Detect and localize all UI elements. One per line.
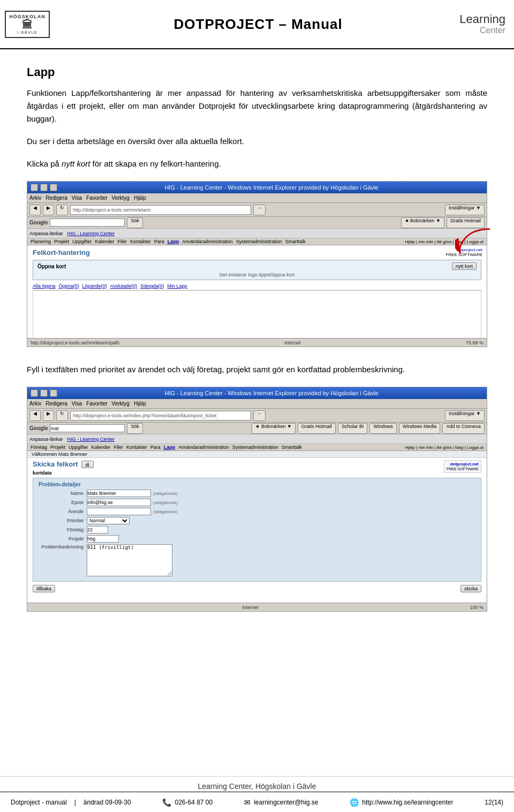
ss1-new-btn[interactable]: nytt kort	[452, 262, 477, 270]
ss2-menubar: Arkiv Redigera Visa Favoriter Verktyg Hj…	[27, 399, 487, 409]
ss2-settings-btn: Inställningar ▼	[445, 410, 485, 421]
ss1-nav-smarttalk: Smarttalk	[285, 239, 306, 244]
ss2-nav-projekt: Projekt	[50, 445, 65, 450]
instruction-pre: Klicka på	[27, 159, 62, 168]
ss2-google-input[interactable]	[50, 424, 125, 432]
ss2-content: dotproject.net FREE SOFTWARE Skicka felk…	[27, 458, 487, 603]
ss1-sub-heading: Öppna kort	[37, 264, 66, 269]
ss2-google-btn: Sök	[127, 423, 143, 434]
ss2-hig-link: HIG - Learning Center	[67, 437, 115, 442]
ss2-label-foretag: Företag	[39, 527, 87, 532]
ss1-status-url: http://dotproject.e-tools.se/nmrletarin/…	[31, 340, 119, 345]
instruction-paragraph: Klicka på nytt kort för att skapa en ny …	[27, 157, 487, 170]
footer-web: http://www.hig.se/learningcenter	[362, 799, 453, 806]
main-content: Lapp Funktionen Lapp/felkortshantering ä…	[0, 49, 514, 644]
ss1-menu-visa: Visa	[72, 195, 82, 201]
ss2-menu-redigera: Redigera	[46, 401, 67, 407]
ss2-free-label2: FREE SOFTWARE	[447, 467, 479, 471]
ss2-google-logo: Google	[29, 425, 48, 431]
ss2-field-projekt: Projekt	[39, 535, 475, 543]
ss2-nav: Företag Projekt Uppgifter Kalender Filer…	[27, 444, 487, 451]
ss1-tab-lopande: Löpande(0)	[82, 283, 107, 289]
ss1-links-bar: Anpassa-länkar HIG - Learning Center	[27, 229, 487, 238]
ss2-titlebar: HIG - Learning Center - Windows Internet…	[27, 387, 487, 399]
ss1-nav-more: Kontakter	[130, 239, 151, 244]
footer-page: 12(14)	[485, 799, 503, 806]
screenshot-1-container: HIG - Learning Center - Windows Internet…	[27, 181, 487, 347]
ss1-nav-lapp2: Lapp	[168, 239, 179, 244]
ss1-min-btn	[40, 184, 48, 191]
footer-phone: 026-64 87 00	[175, 799, 213, 806]
ss2-print-btn[interactable]: 🖨	[81, 461, 94, 468]
ss2-scholar-btn: Scholar BI	[338, 423, 368, 434]
ss1-nav-admin: Användaradministration	[182, 239, 233, 244]
ss2-form-box: Problem-detaljer Namn (obligatorisk) Epo…	[33, 478, 481, 582]
ss1-content: dotproject.net FREE SOFTWARE Felkort-han…	[27, 245, 487, 338]
ss2-select-prioritet[interactable]: Normal	[87, 517, 130, 524]
ss2-min-btn	[40, 389, 48, 397]
ss2-menu-arkiv: Arkiv	[29, 401, 41, 407]
ss1-empty-area	[33, 290, 481, 338]
ss2-status-zone: Internet	[242, 605, 259, 610]
ss1-tab-opassed: Öppna(0)	[59, 283, 79, 289]
ss1-go-btn: →	[253, 205, 266, 215]
footer-center-text: Learning Center, Högskolan i Gävle	[198, 782, 316, 791]
ss1-status-zone: Internet	[284, 340, 301, 345]
ss1-back-btn: ◀	[29, 205, 41, 215]
ss2-nav-lapp: Lapp	[164, 445, 176, 450]
ss2-max-btn	[50, 389, 57, 397]
ss2-input-namn[interactable]	[87, 490, 151, 497]
ss2-titlebar-text: HIG - Learning Center - Windows Internet…	[59, 390, 483, 396]
ss2-field-prioritet: Prioritet Normal	[39, 517, 475, 524]
ss2-address-bar[interactable]	[70, 411, 251, 420]
ss2-page-heading: Skicka felkort	[33, 460, 78, 468]
ss2-input-arende[interactable]	[87, 508, 151, 515]
ss2-anpassa-label: Anpassa-länkar	[29, 437, 63, 442]
ss2-kortdata-label: kortdata	[33, 470, 481, 476]
email-icon: ✉	[244, 798, 251, 807]
ss1-address-bar[interactable]	[70, 205, 251, 215]
screenshot-1: HIG - Learning Center - Windows Internet…	[27, 181, 487, 347]
phone-icon: 📞	[162, 798, 171, 807]
ss2-nav-smarttalk: Smarttalk	[282, 445, 302, 450]
screenshot-2: HIG - Learning Center - Windows Internet…	[27, 387, 487, 612]
section-heading: Lapp	[27, 65, 487, 79]
ss2-nav-foretag: Företag	[31, 445, 47, 450]
ss2-input-epost[interactable]	[87, 499, 151, 506]
ss2-textarea-beskrivning[interactable]: 911 (frivilligt)	[87, 544, 172, 576]
ss1-open-section: Öppna kort nytt kort Det existerar inga …	[33, 260, 481, 280]
ss2-label-arende: Ärende	[39, 509, 87, 514]
ss2-add-btn: Add to Connexa	[442, 423, 485, 434]
ss2-go-btn: →	[253, 410, 266, 421]
ss2-nav-uppgifter: Uppgifter	[69, 445, 88, 450]
ss1-menubar: Arkiv Redigera Visa Favoriter Verktyg Hj…	[27, 193, 487, 203]
ss2-zoom: 100 %	[470, 605, 483, 610]
ss1-settings-btn: Inställningar ▼	[445, 205, 485, 215]
ss1-refresh-btn: ↻	[56, 205, 68, 215]
intro-paragraph: Funktionen Lapp/felkortshantering är mer…	[27, 87, 487, 125]
instruction-post: för att skapa en ny felkort-hantering.	[90, 159, 221, 168]
ss1-favorites-btn: ★ Bokmärken ▼	[401, 217, 444, 228]
bottom-email: ✉ learningcenter@hig.se	[244, 798, 318, 807]
ss1-nav-files: Filer	[118, 239, 127, 244]
ss1-nav: Planering Projekt Uppgifter Kalender Fil…	[27, 238, 487, 245]
ss2-submit-btn[interactable]: skicka	[460, 585, 481, 592]
ss1-google-btn: Sök	[127, 217, 143, 228]
learning-label: Learning	[459, 13, 505, 26]
ss2-req-epost: (obligatorisk)	[153, 500, 178, 505]
web-icon: 🌐	[350, 798, 359, 807]
bottom-phone: 📞 026-64 87 00	[162, 798, 213, 807]
ss1-nav-lapp: Para	[154, 239, 164, 244]
ss2-label-epost: Epost	[39, 500, 87, 505]
ss2-refresh-btn: ↻	[56, 410, 68, 421]
footer-left: Dotproject - manual	[11, 799, 67, 806]
ss2-favorites-btn: ★ Bokmärken ▼	[252, 423, 295, 434]
ss1-google-input[interactable]	[50, 219, 125, 227]
ss2-input-foretag[interactable]	[87, 526, 108, 533]
ss2-input-projekt[interactable]	[87, 535, 119, 543]
fill-paragraph: Fyll i textfälten med prioritet av ärend…	[27, 363, 487, 376]
page-footer: Learning Center, Högskolan i Gävle	[0, 776, 514, 791]
ss2-back-form-btn[interactable]: tillbaka	[33, 585, 55, 592]
ss1-tab-minalapp: Min Lapp	[168, 283, 187, 289]
page-header: HÖGSKOLAN 🏛 I GÄVLE DOTPROJECT – Manual …	[0, 0, 514, 49]
